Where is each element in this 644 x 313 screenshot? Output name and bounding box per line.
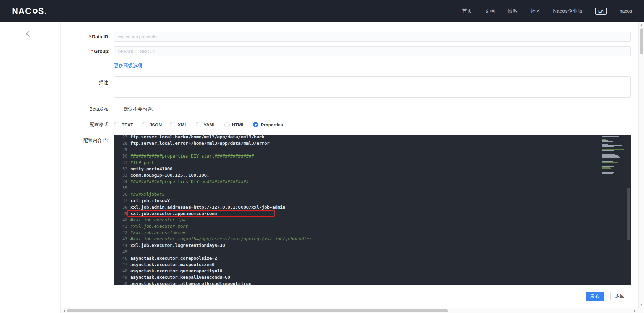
back-button[interactable]: 返回 [610, 292, 629, 301]
format-radio-properties[interactable]: Properties [253, 122, 283, 127]
form-row-advanced: 更多高级选项 [61, 62, 638, 69]
scroll-up-arrow-icon[interactable]: ▲ [639, 22, 644, 28]
editor-line: 27ftp.server.local.back=/home/mml3/app/d… [114, 135, 631, 140]
line-number: 49 [114, 274, 127, 280]
minimap-line [602, 170, 624, 170]
config-content-editor[interactable]: 27ftp.server.local.back=/home/mml3/app/d… [114, 135, 631, 285]
line-number: 47 [114, 261, 127, 268]
editor-line: 32netty.port=41000 [114, 166, 631, 172]
line-number: 48 [114, 268, 127, 274]
description-textarea[interactable] [114, 76, 631, 98]
beta-checkbox[interactable] [114, 107, 119, 112]
line-text: ############properties DIY end##########… [130, 178, 249, 185]
line-number: 40 [114, 217, 127, 223]
advanced-options-link[interactable]: 更多高级选项 [114, 63, 142, 68]
line-number: 41 [114, 223, 127, 229]
form-row-beta: Beta发布: 默认不要勾选。 [61, 106, 638, 113]
line-text: xxl.job.admin.addresses=http://127.0.0.1… [130, 204, 285, 210]
scrollbar-corner [638, 308, 644, 313]
minimap-line [602, 140, 608, 141]
line-text: #xxl.job.executor.port= [130, 223, 191, 229]
minimap-line [602, 161, 613, 162]
page-horizontal-scrollbar[interactable]: ◀ ▶ [61, 308, 638, 313]
nacos-logo[interactable]: NAC S. [12, 6, 47, 16]
line-text: xxl.job.executor.appname=ccu-comm [130, 210, 217, 217]
editor-line: 40#xxl.job.executor.ip= [114, 217, 631, 223]
description-label: 描述: [61, 76, 110, 99]
scroll-left-arrow-icon[interactable]: ◀ [61, 308, 67, 313]
back-chevron-icon[interactable] [26, 31, 32, 37]
vertical-scroll-thumb[interactable] [640, 28, 643, 54]
nav-docs[interactable]: 文档 [485, 8, 495, 14]
minimap-line [602, 164, 608, 165]
format-radio-text[interactable]: TEXT [114, 122, 133, 127]
form-row-format: 配置格式: TEXTJSONXMLYAMLHTMLProperties [61, 122, 638, 128]
content-area: *Data ID: *Group: 更多高级选项 [0, 22, 644, 313]
line-text: #xxl.job.executor.logpath=/app/access/sa… [130, 236, 312, 242]
editor-line: 42#xxl.job.accessToken= [114, 229, 631, 236]
line-number: 44 [114, 242, 127, 249]
navbar-menu: 首页 文档 博客 社区 Nacos企业版 En nacos [462, 8, 632, 15]
help-question-icon[interactable]: ? [103, 138, 108, 143]
nav-community[interactable]: 社区 [530, 8, 540, 14]
minimap-line [602, 162, 618, 163]
minimap-line [602, 173, 613, 174]
language-toggle-button[interactable]: En [595, 8, 607, 15]
minimap-line [602, 145, 622, 146]
beta-hint-text: 默认不要勾选。 [123, 106, 156, 112]
config-edit-form: *Data ID: *Group: 更多高级选项 [61, 22, 638, 313]
editor-line: 45 [114, 249, 631, 255]
editor-scroll-thumb[interactable] [627, 188, 630, 240]
line-text: comm.noLogIp=100.125.,100.100. [130, 172, 209, 178]
radio-circle-icon [253, 122, 258, 127]
user-menu[interactable]: nacos [620, 8, 632, 14]
minimap-line [602, 156, 619, 157]
line-number: 29 [114, 146, 127, 153]
minimap-line [602, 161, 608, 161]
line-text: asynctask.executor.allowcorethreadtimeou… [130, 280, 251, 285]
line-number: 36 [114, 191, 127, 197]
line-text: #TCP port [130, 159, 154, 166]
minimap-line [602, 141, 613, 142]
editor-line: 50asynctask.executor.allowcorethreadtime… [114, 280, 631, 285]
format-radio-html[interactable]: HTML [224, 122, 245, 127]
editor-line: 43#xxl.job.executor.logpath=/app/access/… [114, 236, 631, 242]
scroll-right-arrow-icon[interactable]: ▶ [632, 308, 638, 313]
minimap-line [602, 148, 611, 148]
data-id-input[interactable] [114, 32, 631, 42]
editor-line: 34############properties DIY end########… [114, 178, 631, 185]
line-number: 37 [114, 197, 127, 204]
nav-blog[interactable]: 博客 [507, 8, 518, 14]
page-vertical-scrollbar[interactable]: ▲ ▼ [638, 22, 644, 313]
minimap-line [602, 158, 625, 159]
minimap-line [602, 157, 620, 158]
line-number: 30 [114, 153, 127, 159]
format-radio-xml[interactable]: XML [170, 122, 187, 127]
nav-enterprise[interactable]: Nacos企业版 [553, 8, 583, 14]
minimap-line [602, 169, 610, 170]
editor-scrollbar[interactable] [626, 135, 631, 285]
line-text: asynctask.executor.corepoolsize=2 [130, 255, 217, 261]
logo-text-pre: NAC [12, 6, 32, 16]
editor-line: 39xxl.job.executor.appname=ccu-comm [114, 210, 631, 217]
nav-home[interactable]: 首页 [462, 8, 472, 14]
group-label: *Group: [61, 46, 110, 56]
horizontal-scroll-thumb[interactable] [67, 309, 448, 312]
scroll-down-arrow-icon[interactable]: ▼ [639, 302, 644, 308]
line-number: 31 [114, 159, 127, 166]
radio-circle-icon [224, 122, 230, 127]
line-text: asynctask.executor.keepaliveseconds=60 [130, 274, 230, 280]
minimap-line [602, 171, 625, 172]
group-input[interactable] [114, 46, 631, 56]
minimap-line [602, 151, 625, 152]
line-number: 38 [114, 204, 127, 210]
editor-line: 36####xxljob### [114, 191, 631, 197]
line-text: #xxl.job.executor.ip= [130, 217, 185, 223]
beta-label: Beta发布: [61, 106, 110, 113]
minimap-line [602, 149, 610, 149]
format-radio-yaml[interactable]: YAML [196, 122, 216, 127]
format-radio-json[interactable]: JSON [142, 122, 162, 127]
line-number: 43 [114, 236, 127, 242]
editor-minimap[interactable] [602, 136, 625, 176]
publish-button[interactable]: 发布 [586, 292, 604, 301]
